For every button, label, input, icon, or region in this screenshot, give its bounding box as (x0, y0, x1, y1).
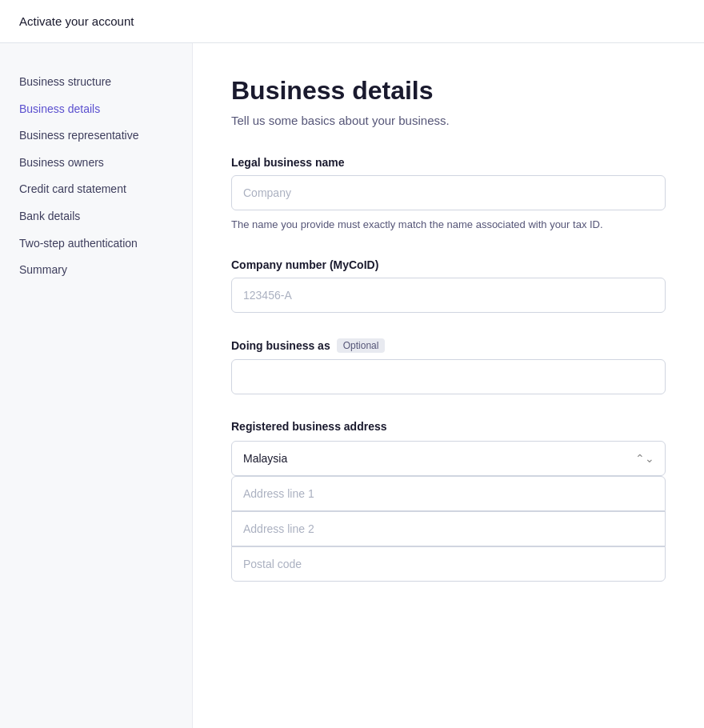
company-number-section: Company number (MyCoID) (231, 258, 666, 313)
legal-name-hint: The name you provide must exactly match … (231, 217, 666, 233)
address-line1-input[interactable] (231, 476, 666, 511)
header-title: Activate your account (19, 14, 134, 28)
layout: Business structure Business details Busi… (0, 43, 704, 728)
postal-code-input[interactable] (231, 546, 666, 582)
sidebar-item-bank-details[interactable]: Bank details (16, 203, 176, 230)
sidebar: Business structure Business details Busi… (0, 43, 192, 728)
doing-business-as-label: Doing business as Optional (231, 338, 666, 353)
sidebar-item-business-representative[interactable]: Business representative (16, 122, 176, 150)
legal-name-section: Legal business name The name you provide… (231, 156, 666, 233)
company-number-label: Company number (MyCoID) (231, 258, 666, 271)
page-title: Business details (231, 75, 666, 106)
registered-address-section: Registered business address Malaysia ⌃⌄ (231, 420, 666, 582)
legal-name-label: Legal business name (231, 156, 666, 169)
doing-business-as-input[interactable] (231, 359, 666, 394)
sidebar-item-credit-card-statement[interactable]: Credit card statement (16, 176, 176, 203)
sidebar-item-business-structure[interactable]: Business structure (16, 69, 176, 96)
sidebar-item-summary[interactable]: Summary (16, 257, 176, 284)
country-select[interactable]: Malaysia (231, 441, 666, 476)
main-content: Business details Tell us some basics abo… (192, 43, 704, 728)
country-select-wrapper: Malaysia ⌃⌄ (231, 441, 666, 476)
sidebar-item-business-owners[interactable]: Business owners (16, 150, 176, 177)
sidebar-item-business-details[interactable]: Business details (16, 96, 176, 123)
address-line2-input[interactable] (231, 511, 666, 546)
sidebar-item-two-step-auth[interactable]: Two-step authentication (16, 230, 176, 258)
optional-badge: Optional (337, 338, 386, 353)
registered-address-label: Registered business address (231, 420, 666, 433)
doing-business-as-section: Doing business as Optional (231, 338, 666, 394)
company-number-input[interactable] (231, 278, 666, 313)
address-fields (231, 476, 666, 582)
header: Activate your account (0, 0, 704, 43)
legal-name-input[interactable] (231, 175, 666, 210)
page-subtitle: Tell us some basics about your business. (231, 114, 666, 127)
